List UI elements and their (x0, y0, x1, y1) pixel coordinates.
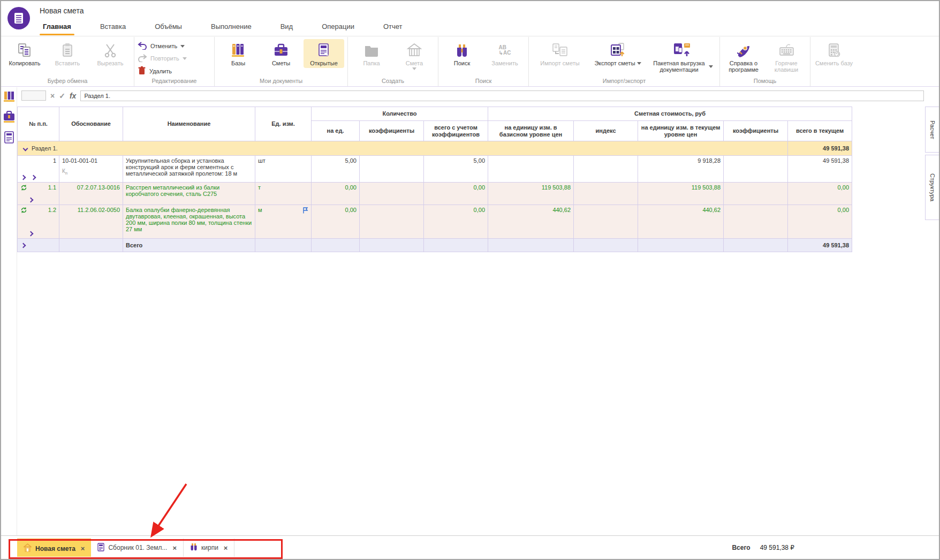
about-button[interactable]: Справка о программе (723, 39, 764, 74)
col-header-unit[interactable]: Ед. изм. (255, 107, 312, 141)
cut-button[interactable]: Вырезать (90, 39, 131, 68)
group-label-my-documents: Мои документы (218, 77, 344, 86)
row-num: 1 (20, 157, 56, 164)
formula-confirm-icon[interactable]: ✓ (59, 92, 65, 100)
tab-vstavka[interactable]: Вставка (97, 19, 129, 35)
batch-export-button[interactable]: Пакетная выгрузка документации (648, 39, 716, 74)
row-code: 11.2.06.02-0050 (59, 205, 123, 239)
row-cost-current-unit: 9 918,28 (638, 156, 724, 183)
sidebar-bases-icon[interactable] (3, 90, 15, 105)
resource-row-1-1[interactable]: 1.1 07.2.07.13-0016 Расстрел металлическ… (18, 183, 852, 205)
tab-glavnaya[interactable]: Главная (40, 19, 74, 35)
sidebar-estimates-icon[interactable] (3, 111, 15, 126)
sidebar-open-documents-icon[interactable] (3, 131, 15, 146)
menu-tabs: Главная Вставка Объёмы Выполнение Вид Оп… (40, 19, 406, 35)
group-editing: Отменить Повторить Удалить Редактировани… (134, 37, 215, 86)
create-estimate-button[interactable]: Смета (394, 39, 435, 72)
undo-dropdown-icon[interactable] (180, 45, 185, 48)
import-estimate-button[interactable]: Импорт сметы (532, 39, 588, 68)
replace-button[interactable]: AB↳AC Заменить (484, 39, 525, 68)
find-button[interactable]: Поиск (442, 39, 482, 68)
house-icon (406, 41, 422, 60)
fx-icon[interactable]: fx (70, 92, 76, 100)
position-row-1[interactable]: 1 10-01-001-01 Кп Укрупнительная сборка … (18, 156, 852, 183)
doc-tab-sbornik[interactable]: Сборник 01. Земл... × (91, 539, 184, 557)
doc-tab-kirpi[interactable]: кирпи × (184, 539, 234, 557)
binoculars-icon (454, 41, 470, 60)
paste-button[interactable]: Вставить (47, 39, 88, 68)
row-name: Укрупнительная сборка и установка констр… (123, 156, 255, 183)
grid-total-row[interactable]: Всего 49 591,38 (18, 239, 852, 252)
undo-button[interactable]: Отменить (138, 41, 187, 51)
col-header-num[interactable]: № п.п. (18, 107, 59, 141)
expand-icon[interactable] (21, 243, 26, 248)
expand-icon[interactable] (28, 198, 34, 203)
app-logo-icon (7, 7, 30, 29)
group-search: Поиск AB↳AC Заменить Поиск (438, 37, 529, 86)
col-header-cost-coeff[interactable]: коэффициенты (724, 121, 788, 141)
expand-icon[interactable] (28, 231, 34, 237)
delete-button[interactable]: Удалить (138, 66, 187, 76)
total-row-value: 49 591,38 (788, 239, 852, 252)
row-name: Балка опалубки фанерно-деревянная двутав… (123, 205, 255, 239)
panel-tab-struktura[interactable]: Структура (925, 155, 939, 220)
expand-icon[interactable] (31, 175, 36, 180)
doc-tab-novaya-smeta[interactable]: Новая смета × (17, 539, 91, 557)
close-icon[interactable]: × (224, 544, 228, 552)
create-folder-button[interactable]: Папка (351, 39, 392, 68)
tab-otchet[interactable]: Отчет (380, 19, 406, 35)
col-header-cost-total[interactable]: всего в текущем (788, 121, 852, 141)
col-group-cost[interactable]: Сметная стоимость, руб (488, 107, 852, 121)
ribbon: Копировать Вставить Вырезать Буфер обмен… (1, 37, 939, 87)
paste-icon (59, 41, 75, 60)
scissors-icon (102, 41, 118, 60)
close-icon[interactable]: × (172, 544, 177, 552)
hotkeys-button[interactable]: Горячие клавиши (766, 39, 807, 74)
tab-obyomy[interactable]: Объёмы (151, 19, 185, 35)
copy-button[interactable]: Копировать (4, 39, 45, 68)
group-create: Папка Смета Создать (348, 37, 438, 86)
flag-icon[interactable] (302, 207, 308, 215)
export-dropdown-icon[interactable] (637, 62, 641, 65)
group-label-import-export: Импорт/экспорт (532, 77, 716, 86)
col-group-quantity[interactable]: Количество (312, 107, 488, 121)
tab-operacii[interactable]: Операции (319, 19, 358, 35)
section-collapse-icon[interactable] (23, 146, 28, 151)
row-qty-total: 0,00 (424, 183, 488, 205)
open-documents-button[interactable]: Открытые (304, 39, 344, 68)
title-bar: Новая смета Главная Вставка Объёмы Выпол… (1, 1, 939, 36)
document-title: Новая смета (40, 6, 84, 15)
cell-reference-box[interactable] (21, 90, 46, 101)
redo-button[interactable]: Повторить (138, 54, 187, 63)
create-estimate-dropdown-icon[interactable] (412, 67, 416, 70)
formula-cancel-icon[interactable]: × (50, 92, 55, 100)
batch-dropdown-icon[interactable] (709, 65, 713, 68)
expand-icon[interactable] (21, 175, 26, 180)
group-change-base: Сменить базу (810, 37, 858, 86)
link-icon (20, 207, 27, 215)
tab-vypolnenie[interactable]: Выполнение (208, 19, 255, 35)
close-icon[interactable]: × (81, 544, 85, 553)
estimates-button[interactable]: Сметы (261, 39, 301, 68)
tab-vid[interactable]: Вид (277, 19, 297, 35)
export-icon (609, 41, 626, 60)
panel-tab-raschet[interactable]: Расчет (925, 107, 939, 153)
col-header-qty-total[interactable]: всего с учетом коэффициентов (424, 121, 488, 141)
col-header-qty-per[interactable]: на ед. (312, 121, 360, 141)
col-header-cost-base-unit[interactable]: на единицу изм. в базисном уровне цен (488, 121, 574, 141)
section-row[interactable]: Раздел 1. 49 591,38 (18, 141, 852, 156)
formula-input[interactable] (80, 90, 924, 101)
resource-row-1-2[interactable]: 1.2 11.2.06.02-0050 Балка опалубки фанер… (18, 205, 852, 239)
status-total-value: 49 591,38 ₽ (760, 544, 794, 551)
redo-dropdown-icon[interactable] (183, 57, 187, 60)
row-cost-base-unit (488, 156, 574, 183)
trash-icon (138, 66, 146, 76)
col-header-justification[interactable]: Обоснование (59, 107, 123, 141)
bases-button[interactable]: Базы (218, 39, 259, 68)
col-header-name[interactable]: Наименование (123, 107, 255, 141)
col-header-qty-coeff[interactable]: коэффициенты (360, 121, 424, 141)
col-header-cost-current-unit[interactable]: на единицу изм. в текущем уровне цен (638, 121, 724, 141)
change-base-button[interactable]: Сменить базу (814, 39, 854, 68)
export-estimate-button[interactable]: Экспорт сметы (590, 39, 646, 68)
col-header-cost-index[interactable]: индекс (574, 121, 638, 141)
